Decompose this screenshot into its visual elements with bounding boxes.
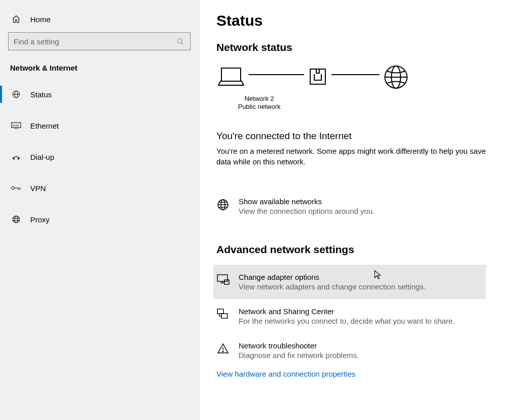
sidebar: Home Network & Internet Status Ethernet [0, 0, 199, 420]
home-icon [11, 14, 21, 24]
sidebar-item-label: Dial-up [30, 153, 54, 161]
change-adapter-button[interactable]: Change adapter options View network adap… [213, 265, 486, 299]
sidebar-item-ethernet[interactable]: Ethernet [0, 114, 199, 137]
network-diagram [217, 65, 498, 90]
sidebar-item-label: Proxy [30, 215, 49, 224]
diagram-line [249, 74, 304, 75]
svg-rect-33 [217, 275, 227, 281]
svg-point-14 [12, 187, 15, 190]
adapter-icon [216, 273, 230, 286]
sidebar-item-status[interactable]: Status [0, 83, 199, 105]
svg-rect-37 [217, 309, 223, 314]
svg-point-13 [18, 158, 19, 159]
adv-title: Change adapter options [239, 273, 480, 281]
home-label: Home [30, 15, 50, 24]
view-hardware-link[interactable]: View hardware and connection properties [216, 370, 498, 378]
status-heading: Network status [216, 41, 498, 53]
show-networks-desc: View the connection options around you. [239, 207, 498, 215]
svg-line-1 [181, 42, 183, 44]
network-labels: Network 2 Public network [199, 95, 378, 110]
network-name: Network 2 [199, 95, 378, 102]
adv-title: Network and Sharing Center [239, 307, 492, 316]
sidebar-item-vpn[interactable]: VPN [0, 177, 199, 199]
home-button[interactable]: Home [0, 10, 199, 32]
connected-heading: You're connected to the Internet [216, 131, 498, 142]
sidebar-item-label: Status [30, 90, 52, 99]
search-input[interactable] [14, 37, 175, 46]
adv-desc: View network adapters and change connect… [239, 282, 480, 291]
globe-icon [11, 89, 21, 99]
show-networks-button[interactable]: Show available networks View the connect… [216, 191, 498, 221]
ethernet-icon [11, 121, 21, 131]
svg-rect-22 [221, 68, 241, 81]
dialup-icon [11, 152, 21, 162]
svg-point-0 [177, 38, 182, 43]
sharing-icon [216, 308, 230, 321]
sidebar-item-proxy[interactable]: Proxy [0, 208, 199, 230]
sidebar-item-label: VPN [30, 184, 46, 193]
diagram-line [331, 74, 379, 75]
router-icon [308, 67, 327, 87]
svg-rect-23 [310, 69, 325, 84]
section-heading: Network & Internet [0, 61, 199, 83]
adv-title: Network troubleshooter [239, 341, 492, 350]
adv-desc: Diagnose and fix network problems. [239, 351, 492, 359]
svg-rect-38 [221, 314, 227, 318]
svg-point-12 [13, 158, 14, 159]
connected-desc: You're on a metered network. Some apps m… [216, 146, 498, 167]
svg-rect-24 [316, 69, 319, 73]
laptop-icon [217, 66, 245, 88]
page-title: Status [216, 12, 498, 29]
sidebar-item-dialup[interactable]: Dial-up [0, 146, 199, 168]
search-icon [175, 36, 185, 46]
svg-rect-5 [12, 123, 21, 128]
sidebar-item-label: Ethernet [30, 122, 59, 130]
globe-large-icon [383, 65, 409, 90]
network-type: Public network [199, 103, 378, 110]
proxy-icon [11, 214, 21, 224]
warning-icon [216, 342, 230, 355]
sharing-center-button[interactable]: Network and Sharing Center For the netwo… [213, 299, 498, 333]
svg-point-19 [15, 216, 18, 223]
svg-point-42 [222, 351, 223, 352]
main-content: Status Network status Network 2 Public n… [199, 0, 513, 420]
show-networks-title: Show available networks [239, 197, 498, 206]
svg-point-18 [13, 216, 20, 223]
adv-desc: For the networks you connect to, decide … [239, 317, 492, 325]
search-container [0, 32, 199, 61]
search-box[interactable] [8, 32, 191, 50]
troubleshooter-button[interactable]: Network troubleshooter Diagnose and fix … [213, 333, 498, 368]
svg-rect-36 [224, 280, 229, 284]
globe-icon [216, 198, 230, 211]
advanced-heading: Advanced network settings [216, 244, 498, 256]
vpn-icon [11, 183, 21, 193]
